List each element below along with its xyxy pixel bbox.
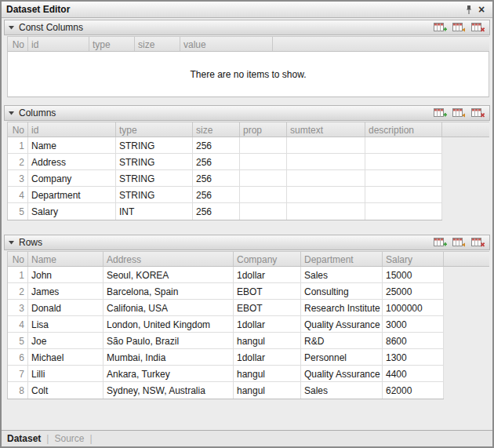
tab-dataset[interactable]: Dataset (7, 433, 41, 444)
table-cell[interactable]: hangul (234, 382, 301, 399)
table-cell[interactable]: Consulting (301, 283, 383, 299)
table-cell[interactable]: John (28, 267, 104, 282)
table-cell[interactable]: 25000 (383, 283, 444, 299)
column-header[interactable]: size (193, 122, 240, 137)
table-cell[interactable] (287, 170, 365, 186)
table-cell[interactable]: 256 (193, 137, 240, 153)
table-cell[interactable]: 1 (8, 267, 28, 282)
table-cell[interactable]: hangul (234, 333, 301, 348)
table-cell[interactable] (365, 170, 442, 186)
insert-row-icon[interactable] (452, 23, 466, 33)
tab-source[interactable]: Source (54, 433, 84, 444)
table-cell[interactable]: 8600 (383, 333, 444, 348)
table-cell[interactable]: 3 (8, 170, 28, 186)
table-cell[interactable]: EBOT (234, 283, 301, 299)
table-cell[interactable]: Colt (28, 382, 104, 399)
table-row[interactable]: 4DepartmentSTRING256 (8, 187, 442, 203)
collapse-arrow-icon[interactable] (8, 24, 15, 31)
column-header[interactable]: Salary (383, 252, 444, 266)
table-cell[interactable]: 2 (8, 283, 28, 299)
table-cell[interactable]: Lilli (28, 366, 104, 381)
table-cell[interactable] (287, 203, 365, 220)
table-cell[interactable]: STRING (116, 187, 193, 202)
column-header[interactable]: id (28, 37, 89, 51)
column-header[interactable]: sumtext (287, 122, 365, 137)
delete-row-icon[interactable] (471, 108, 485, 118)
table-cell[interactable]: Sales (301, 267, 383, 282)
table-cell[interactable]: INT (116, 203, 193, 220)
column-header[interactable]: description (365, 122, 442, 137)
table-cell[interactable]: 8 (8, 382, 28, 399)
table-cell[interactable]: 256 (193, 203, 240, 220)
table-cell[interactable]: STRING (116, 154, 193, 169)
add-row-icon[interactable] (434, 238, 447, 248)
section-header[interactable]: Const Columns (4, 20, 490, 35)
table-row[interactable]: 6MichaelMumbai, India1dollarPersonnel130… (8, 349, 444, 366)
table-cell[interactable] (240, 170, 287, 186)
table-cell[interactable]: 256 (193, 170, 240, 186)
table-cell[interactable]: James (28, 283, 104, 299)
table-cell[interactable]: 5 (8, 203, 28, 220)
table-cell[interactable] (365, 154, 442, 169)
column-header[interactable]: value (180, 37, 273, 51)
table-cell[interactable]: London, United Kingdom (104, 316, 234, 332)
table-cell[interactable]: Lisa (28, 316, 104, 332)
table-row[interactable]: 2AddressSTRING256 (8, 154, 442, 170)
column-header[interactable]: type (116, 122, 193, 137)
table-cell[interactable] (287, 137, 365, 153)
table-cell[interactable] (240, 154, 287, 169)
table-cell[interactable]: Salary (28, 203, 116, 220)
table-cell[interactable]: STRING (116, 137, 193, 153)
add-row-icon[interactable] (434, 108, 447, 118)
table-cell[interactable] (287, 187, 365, 202)
pin-icon[interactable] (463, 3, 475, 16)
table-cell[interactable]: Research Institute (301, 300, 383, 315)
collapse-arrow-icon[interactable] (8, 239, 15, 246)
table-cell[interactable]: 1dollar (234, 316, 301, 332)
table-cell[interactable]: Michael (28, 349, 104, 365)
table-cell[interactable]: 256 (193, 187, 240, 202)
column-header[interactable]: id (28, 122, 116, 137)
table-cell[interactable]: 4 (8, 187, 28, 202)
table-cell[interactable]: EBOT (234, 300, 301, 315)
table-cell[interactable]: Name (28, 137, 116, 153)
section-header[interactable]: Columns (4, 105, 490, 121)
table-cell[interactable]: Barcelona, Spain (104, 283, 234, 299)
table-cell[interactable]: Sydney, NSW, Australia (104, 382, 234, 399)
table-cell[interactable]: 4 (8, 316, 28, 332)
table-cell[interactable]: hangul (234, 366, 301, 381)
table-cell[interactable] (240, 187, 287, 202)
table-cell[interactable] (365, 187, 442, 202)
table-cell[interactable]: Seoul, KOREA (104, 267, 234, 282)
table-cell[interactable]: Sales (301, 382, 383, 399)
table-cell[interactable]: Ankara, Turkey (104, 366, 234, 381)
table-cell[interactable]: Quality Assurance (301, 316, 383, 332)
table-cell[interactable]: 1 (8, 137, 28, 153)
table-row[interactable]: 1JohnSeoul, KOREA1dollarSales15000 (8, 267, 444, 283)
table-row[interactable]: 5SalaryINT256 (8, 203, 442, 220)
table-cell[interactable]: R&D (301, 333, 383, 348)
table-cell[interactable]: 1000000 (383, 300, 444, 315)
table-cell[interactable]: Company (28, 170, 116, 186)
insert-row-icon[interactable] (452, 108, 466, 118)
table-row[interactable]: 5JoeSão Paulo, BrazilhangulR&D8600 (8, 333, 444, 349)
table-cell[interactable]: 256 (193, 154, 240, 169)
table-row[interactable]: 4LisaLondon, United Kingdom1dollarQualit… (8, 316, 444, 333)
table-cell[interactable]: 1dollar (234, 267, 301, 282)
column-header[interactable]: No (8, 122, 28, 137)
table-cell[interactable] (240, 203, 287, 220)
table-cell[interactable]: 5 (8, 333, 28, 348)
table-cell[interactable]: 1300 (383, 349, 444, 365)
column-header[interactable]: type (89, 37, 135, 51)
table-cell[interactable]: 3 (8, 300, 28, 315)
add-row-icon[interactable] (434, 23, 447, 33)
table-row[interactable]: 1NameSTRING256 (8, 137, 442, 154)
table-row[interactable]: 2JamesBarcelona, SpainEBOTConsulting2500… (8, 283, 444, 300)
table-cell[interactable]: 2 (8, 154, 28, 169)
delete-row-icon[interactable] (471, 23, 485, 33)
table-cell[interactable]: Califonia, USA (104, 300, 234, 315)
collapse-arrow-icon[interactable] (8, 110, 15, 116)
table-cell[interactable] (287, 154, 365, 169)
table-row[interactable]: 8ColtSydney, NSW, AustraliahangulSales62… (8, 382, 444, 399)
table-cell[interactable]: Department (28, 187, 116, 202)
